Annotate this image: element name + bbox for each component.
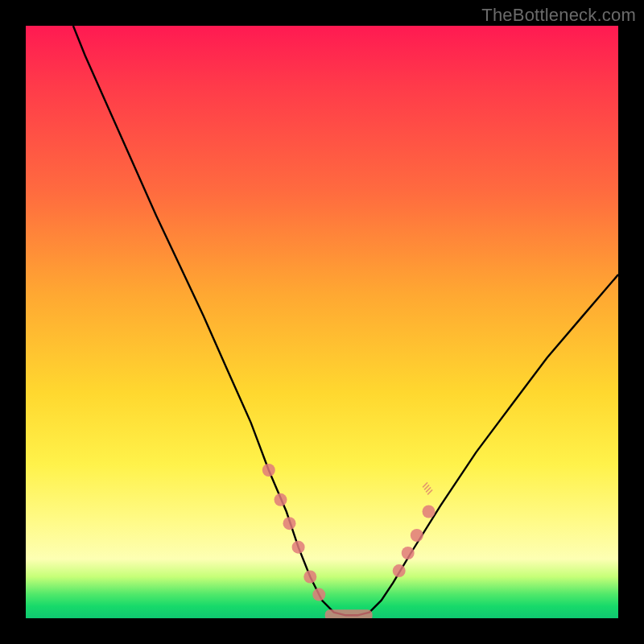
small-streak-icon [423,482,432,494]
bottleneck-curve [73,26,618,615]
curve-marker [312,588,325,601]
curve-marker [275,493,287,506]
outer-frame: TheBottleneck.com [0,0,644,644]
curve-marker [283,517,296,530]
curve-marker [303,571,316,584]
chart-svg [26,26,618,618]
plateau-marker [325,609,373,618]
curve-marker [393,564,406,577]
curve-marker [402,547,415,559]
markers-right-arm [393,506,436,578]
curve-marker [262,464,275,477]
curve-marker [423,506,436,518]
watermark-text: TheBottleneck.com [481,5,636,26]
curve-marker [292,541,305,554]
plot-area [26,26,618,618]
curve-marker [411,529,423,542]
